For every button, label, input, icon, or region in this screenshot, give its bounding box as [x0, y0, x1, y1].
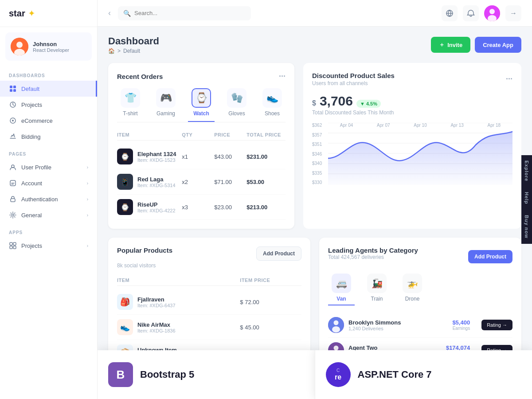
prod-col-item: ITEM — [117, 278, 240, 283]
rating-button-0[interactable]: Rating → — [481, 320, 512, 330]
recent-orders-more-button[interactable]: ··· — [279, 72, 286, 81]
globe-icon-button[interactable] — [442, 5, 458, 21]
sidebar-item-general[interactable]: General › — [0, 207, 97, 223]
order-total-1: $53.00 — [246, 179, 286, 185]
svg-rect-4 — [13, 86, 16, 88]
sidebar-userprofile-label: User Profile — [21, 164, 51, 171]
y-label-3: $346 — [312, 152, 322, 156]
sidebar-toggle-button[interactable]: ‹ — [108, 8, 111, 18]
notification-icon-button[interactable] — [463, 5, 479, 21]
tab-gaming[interactable]: 🎮 Gaming — [153, 88, 179, 122]
user-card[interactable]: Johnson React Developer — [5, 32, 92, 61]
svg-rect-15 — [13, 243, 16, 245]
logo-star-icon: ✦ — [28, 8, 35, 19]
tab-tshirt[interactable]: 👕 T-shirt — [117, 88, 144, 122]
drone-tab-icon: 🚁 — [403, 274, 422, 293]
sidebar-bidding-label: Bidding — [21, 133, 40, 140]
cat-tab-van[interactable]: 🚐 Van — [328, 274, 355, 305]
sidebar-auth-label: Authentication — [21, 196, 58, 203]
cat-tab-train[interactable]: 🚂 Train — [364, 274, 390, 305]
product-price-1: $ 45.00 — [240, 324, 301, 331]
arrow-right-icon-button[interactable]: → — [505, 5, 521, 21]
explore-side-label[interactable]: Explore — [521, 155, 532, 187]
svg-point-30 — [332, 326, 340, 332]
chart-amount: 3,706 — [320, 94, 353, 109]
leading-agents-header-left: Leading Agents by Category Total 424,567… — [328, 246, 418, 266]
y-label-4: $340 — [312, 161, 322, 166]
sidebar-item-authentication[interactable]: Authentication › — [0, 191, 97, 207]
promo-aspnet[interactable]: C re ASP.NET Core 7 — [315, 350, 532, 399]
promo-bootstrap[interactable]: B Bootstrap 5 — [98, 350, 315, 399]
drone-tab-label: Drone — [405, 296, 420, 302]
sidebar-item-user-profile[interactable]: User Profile › — [0, 159, 97, 175]
tab-shoes[interactable]: 👟 Shoes — [259, 88, 286, 122]
popular-products-header-left: Popular Products — [117, 246, 172, 254]
create-app-button[interactable]: Create App — [475, 37, 521, 53]
product-details-0: Fjallraven Item: #XDG-6437 — [137, 296, 176, 308]
sidebar-item-bidding[interactable]: Bidding — [0, 129, 97, 145]
sidebar-item-projects-app[interactable]: Projects › — [0, 238, 97, 254]
aspnet-title: ASP.NET Core 7 — [358, 369, 432, 380]
page-title: Dashboard — [108, 35, 159, 47]
order-total-2: $213.00 — [246, 204, 286, 211]
sidebar-item-default[interactable]: Default — [0, 81, 97, 97]
discounted-sales-subtitle: Users from all channels — [312, 80, 395, 86]
add-product-button[interactable]: Add Product — [256, 246, 301, 261]
agent-info-0: Brooklyn Simmons 1,240 Deliveries — [348, 319, 401, 331]
tab-watch[interactable]: ⌚ Watch — [188, 88, 215, 122]
product-item-info-1: 👟 Nike AirMax Item: #XDG-1836 — [117, 319, 240, 335]
sidebar-item-projects[interactable]: Projects — [0, 97, 97, 113]
popular-products-subtitle: 8k social visitors — [117, 262, 301, 269]
order-item-thumb-1: 📱 — [117, 174, 133, 190]
help-side-label[interactable]: Help — [521, 187, 532, 210]
user-role: React Developer — [33, 47, 69, 53]
topbar-avatar[interactable] — [484, 5, 500, 21]
product-thumb-0: 🎒 — [117, 294, 133, 310]
prod-col-price: ITEM PRICE — [240, 278, 301, 283]
order-item-name-0: Elephant 1324 — [137, 151, 176, 157]
sidebar-item-account[interactable]: Account › — [0, 175, 97, 191]
chart-description: Total Discounted Sales This Month — [312, 110, 512, 116]
agent-amount-0: $5,400 — [452, 319, 470, 326]
svg-point-13 — [12, 214, 14, 216]
add-product-agents-button[interactable]: Add Product — [468, 250, 512, 263]
main-grid-row-1: Recent Orders ··· 👕 T-shirt 🎮 Gaming ⌚ W… — [108, 63, 521, 229]
chart-area: $362 $357 $351 $346 $340 $335 $330 — [312, 123, 512, 194]
pages-section-label: PAGES — [0, 145, 97, 159]
category-tabs: 🚐 Van 🚂 Train 🚁 Drone — [328, 274, 512, 305]
order-item-info-1: 📱 Red Laga Item: #XDG-5314 — [117, 174, 182, 190]
leading-agents-header: Leading Agents by Category Total 424,567… — [328, 246, 512, 266]
order-item-info-2: ⌚ RiseUP Item: #XDG-4222 — [117, 199, 182, 215]
chart-svg-container — [328, 123, 512, 185]
chart-value-container: $ 3,706 ▼ 4.5% — [312, 94, 512, 109]
order-item-name-2: RiseUP — [137, 201, 176, 208]
gaming-tab-icon: 🎮 — [156, 88, 176, 108]
user-name: Johnson — [33, 41, 69, 47]
user-info: Johnson React Developer — [33, 41, 69, 53]
agent-deliveries-0: 1,240 Deliveries — [348, 326, 401, 331]
invite-button[interactable]: ＋ Invite — [431, 37, 470, 53]
gloves-tab-icon: 🧤 — [227, 88, 246, 108]
breadcrumb-home-icon: 🏠 — [108, 48, 115, 54]
search-input[interactable] — [134, 10, 246, 16]
order-row-2: ⌚ RiseUP Item: #XDG-4222 x3 $23.00 $213.… — [117, 195, 286, 220]
order-item-sku-2: Item: #XDG-4222 — [137, 208, 176, 213]
svg-rect-16 — [10, 246, 12, 249]
product-sku-0: Item: #XDG-6437 — [137, 303, 176, 308]
cat-tab-drone[interactable]: 🚁 Drone — [399, 274, 426, 305]
discounted-sales-more-button[interactable]: ··· — [506, 74, 512, 84]
svg-point-29 — [334, 321, 339, 325]
order-item-details-1: Red Laga Item: #XDG-5314 — [137, 176, 176, 188]
tab-gloves[interactable]: 🧤 Gloves — [223, 88, 250, 122]
watch-tab-label: Watch — [193, 110, 209, 117]
sidebar-item-ecommerce[interactable]: eCommerce — [0, 113, 97, 129]
plus-icon: ＋ — [439, 41, 445, 49]
main-area: ‹ 🔍 → Dashboar — [98, 0, 532, 399]
aspnet-icon: C re — [326, 362, 351, 387]
svg-rect-6 — [13, 89, 16, 92]
watch-tab-icon: ⌚ — [192, 88, 211, 108]
user-profile-icon — [9, 163, 17, 171]
col-total: TOTAL PRICE — [246, 132, 286, 137]
order-price-2: $23.00 — [214, 204, 246, 211]
buy-now-side-label[interactable]: Buy now — [521, 210, 532, 244]
